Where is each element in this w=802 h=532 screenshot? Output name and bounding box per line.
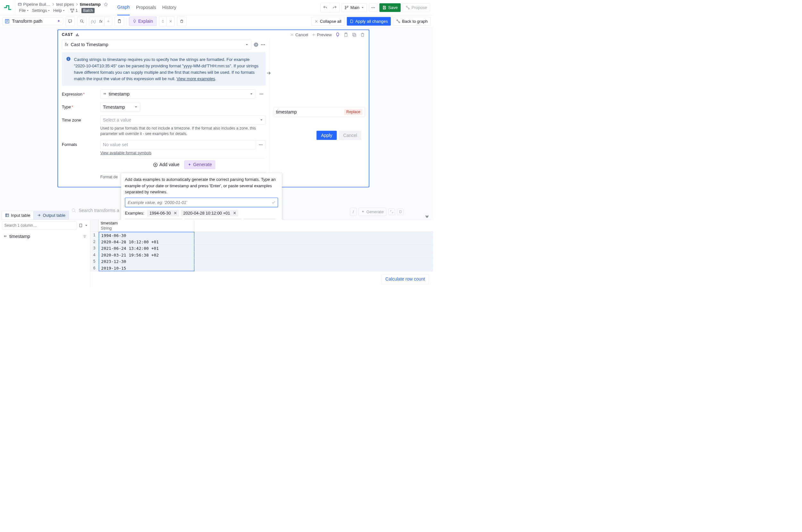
expression-label: Expression*: [62, 90, 100, 96]
apply-all-button[interactable]: Apply all changes: [347, 17, 391, 26]
trash-icon[interactable]: [360, 32, 365, 37]
svg-point-29: [261, 44, 262, 45]
star-icon[interactable]: [104, 2, 108, 6]
comment-button[interactable]: [66, 17, 75, 26]
ellipsis-icon[interactable]: [261, 42, 266, 47]
input-table-tab[interactable]: Input table: [2, 211, 33, 220]
card-cancel-button[interactable]: Cancel: [290, 32, 308, 37]
table-row[interactable]: 42020-03-21 19:56:38 +02: [90, 252, 433, 259]
remove-chip-icon[interactable]: ✕: [232, 211, 237, 215]
card-preview-button[interactable]: Preview: [312, 32, 332, 37]
generate-mini-button[interactable]: Generate: [359, 208, 386, 216]
fx-group[interactable]: (x) fx: [89, 17, 112, 26]
svg-point-35: [261, 94, 262, 94]
example-input-wrapper: [125, 197, 278, 207]
more-menu[interactable]: [369, 3, 377, 12]
table-row[interactable]: 11994-06-30: [90, 232, 433, 239]
view-examples-link[interactable]: View more examples: [176, 76, 215, 81]
cell[interactable]: 2019-10-15: [99, 265, 194, 271]
table-row[interactable]: 32021-06-24 13:42:00 +01: [90, 245, 433, 252]
tab-proposals[interactable]: Proposals: [136, 0, 156, 15]
lightbulb-icon[interactable]: [335, 32, 340, 37]
column-search-input[interactable]: [2, 221, 77, 230]
copy-icon[interactable]: [352, 32, 357, 37]
chevron-updown-icon: [161, 20, 165, 23]
expression-select[interactable]: timestamp: [100, 90, 256, 99]
clipboard-button[interactable]: [114, 17, 124, 26]
chevron-right-icon: [75, 3, 79, 6]
svg-rect-47: [79, 224, 82, 227]
propose-button[interactable]: Propose: [403, 3, 430, 12]
cell[interactable]: 2020-04-28 10:12:00 +01: [99, 239, 194, 245]
format-symbols-link[interactable]: View available format symbols: [100, 151, 152, 155]
formats-input[interactable]: No value set: [100, 140, 256, 149]
expand-button[interactable]: [389, 208, 395, 215]
back-to-graph-button[interactable]: Back to graph: [393, 17, 431, 26]
slash-button[interactable]: /: [350, 208, 356, 216]
fx-add[interactable]: [104, 17, 112, 26]
save-button[interactable]: Save: [379, 3, 401, 12]
search-button[interactable]: [77, 17, 87, 26]
add-value-button[interactable]: Add value: [151, 161, 182, 169]
close-button[interactable]: [167, 17, 174, 26]
delete-button[interactable]: [177, 17, 186, 26]
example-chip: 2020-03-21 19:56:38 +02✕: [184, 218, 242, 219]
cancel-button[interactable]: Cancel: [339, 131, 361, 140]
cell[interactable]: 1994-06-30: [99, 232, 194, 238]
breadcrumb-root[interactable]: Pipeline Buil…: [23, 2, 50, 7]
remove-chip-icon[interactable]: ✕: [173, 211, 178, 215]
sort-icon[interactable]: [83, 234, 87, 239]
table-row[interactable]: 62019-10-15: [90, 265, 433, 272]
column-header[interactable]: timestam String: [99, 220, 194, 232]
menu-help[interactable]: Help: [52, 7, 67, 14]
expression-more[interactable]: [257, 90, 266, 99]
cell[interactable]: 2020-03-21 19:56:38 +02: [99, 252, 194, 258]
examples-chips: Examples: 1994-06-30✕ 2020-04-28 10:12:0…: [125, 210, 278, 219]
branch-selector[interactable]: Main: [342, 3, 367, 12]
svg-rect-0: [18, 3, 21, 5]
menu-file[interactable]: File: [18, 7, 30, 14]
timezone-help-text: Used to parse formats that do not includ…: [100, 126, 266, 136]
tab-graph[interactable]: Graph: [117, 0, 130, 15]
svg-rect-21: [77, 33, 78, 36]
output-icon: [37, 213, 41, 217]
collapse-all-button[interactable]: Collapse all: [312, 17, 344, 26]
menu-settings[interactable]: Settings: [31, 7, 51, 14]
column-list-item[interactable]: timestamp: [0, 231, 90, 242]
undo-button[interactable]: [320, 3, 330, 12]
branches-icon[interactable]: [70, 8, 74, 13]
popover-text: Add data examples to automatically gener…: [125, 176, 278, 195]
output-table-tab[interactable]: Output table: [34, 211, 69, 220]
example-input[interactable]: [125, 198, 269, 207]
cell[interactable]: 2021-06-24 13:42:00 +01: [99, 245, 194, 251]
app-logo[interactable]: [0, 0, 15, 15]
type-select[interactable]: Timestamp: [100, 102, 140, 112]
example-chip: 2023-12-30✕: [243, 218, 276, 219]
breadcrumb-mid[interactable]: test pipes: [56, 2, 74, 7]
calculate-row-count-button[interactable]: Calculate row count: [381, 274, 429, 284]
help-icon[interactable]: ?: [254, 42, 259, 47]
chevron-collapse-icon[interactable]: [424, 214, 430, 219]
caret-down-icon[interactable]: [85, 224, 88, 227]
clipboard-mini-button[interactable]: [397, 208, 404, 215]
bar-chart-icon[interactable]: [75, 33, 79, 37]
transform-path-selector[interactable]: Transform path: [3, 17, 63, 25]
confirm-example-button[interactable]: [269, 201, 278, 205]
move-updown-button[interactable]: [159, 17, 167, 26]
timezone-select[interactable]: Select a value: [100, 115, 266, 125]
table-row[interactable]: 22020-04-28 10:12:00 +01: [90, 239, 433, 245]
redo-button[interactable]: [330, 3, 339, 12]
tab-history[interactable]: History: [162, 0, 176, 15]
chevron-right-icon: [52, 3, 55, 6]
formats-more[interactable]: [256, 140, 266, 149]
generate-toggle[interactable]: Generate: [184, 161, 215, 169]
svg-rect-44: [5, 214, 9, 217]
cell[interactable]: 2023-12-30: [99, 258, 194, 265]
clipboard-icon[interactable]: [79, 223, 83, 228]
explain-button[interactable]: Explain: [129, 17, 156, 26]
apply-button[interactable]: Apply: [317, 131, 337, 140]
cast-function-select[interactable]: fx Cast to Timestamp: [62, 40, 251, 50]
output-column-input[interactable]: timestamp Replace: [273, 107, 365, 117]
table-row[interactable]: 52023-12-30: [90, 258, 433, 265]
clipboard-icon[interactable]: [343, 32, 348, 37]
